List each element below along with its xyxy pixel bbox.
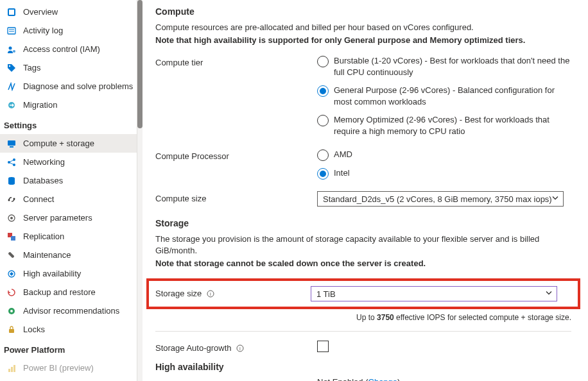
nav-migration[interactable]: Migration bbox=[0, 96, 137, 114]
storage-autogrow-checkbox[interactable] bbox=[317, 341, 329, 352]
advisor-icon bbox=[6, 306, 17, 316]
svg-point-25 bbox=[10, 310, 13, 312]
compute-tier-label: Compute tier bbox=[155, 55, 317, 67]
svg-point-7 bbox=[9, 65, 10, 66]
nav-maintenance[interactable]: Maintenance bbox=[0, 246, 137, 264]
storage-size-highlight: Storage size i 1 TiB bbox=[146, 278, 580, 309]
access-control-icon bbox=[6, 44, 17, 55]
storage-size-select[interactable]: 1 TiB bbox=[311, 286, 557, 301]
ha-icon bbox=[6, 269, 17, 279]
networking-icon bbox=[6, 157, 17, 167]
nav-compute-storage[interactable]: Compute + storage bbox=[0, 134, 137, 153]
select-value: Standard_D2ds_v5 (2 vCores, 8 GiB memory… bbox=[323, 194, 552, 204]
nav-server-parameters[interactable]: Server parameters bbox=[0, 208, 137, 227]
info-icon[interactable]: i bbox=[236, 344, 244, 352]
svg-rect-27 bbox=[8, 369, 10, 372]
radio-label: Burstable (1-20 vCores) - Best for workl… bbox=[334, 55, 571, 78]
storage-desc: The storage you provision is the amount … bbox=[155, 233, 571, 257]
nav-access-control[interactable]: Access control (IAM) bbox=[0, 40, 137, 58]
radio-icon bbox=[317, 149, 329, 161]
storage-size-row: Storage size i 1 TiB bbox=[155, 286, 571, 301]
migration-icon bbox=[6, 100, 17, 110]
svg-rect-22 bbox=[11, 236, 15, 241]
svg-point-20 bbox=[10, 217, 13, 219]
info-icon[interactable]: i bbox=[207, 290, 214, 298]
ha-change-link[interactable]: Change bbox=[368, 377, 398, 381]
tier-general-purpose-radio[interactable]: General Purpose (2-96 vCores) - Balanced… bbox=[317, 85, 571, 108]
nav-label: Advisor recommendations bbox=[23, 306, 119, 316]
gear-icon bbox=[6, 213, 17, 223]
nav-activity-log[interactable]: Activity log bbox=[0, 21, 137, 40]
nav-overview[interactable]: Overview bbox=[0, 3, 137, 21]
nav-label: Networking bbox=[23, 157, 65, 167]
nav-power-bi[interactable]: Power BI (preview) bbox=[0, 359, 137, 377]
compute-processor-row: Compute Processor AMD Intel bbox=[155, 149, 571, 186]
compute-size-select[interactable]: Standard_D2ds_v5 (2 vCores, 8 GiB memory… bbox=[317, 191, 564, 207]
compute-size-row: Compute size Standard_D2ds_v5 (2 vCores,… bbox=[155, 191, 571, 207]
nav-label: Tags bbox=[23, 63, 40, 72]
svg-point-18 bbox=[13, 198, 15, 199]
svg-rect-1 bbox=[9, 10, 14, 15]
tier-burstable-radio[interactable]: Burstable (1-20 vCores) - Best for workl… bbox=[317, 55, 571, 78]
radio-label: Memory Optimized (2-96 vCores) - Best fo… bbox=[334, 114, 571, 137]
svg-point-5 bbox=[9, 46, 12, 49]
connect-icon bbox=[6, 194, 17, 205]
scrollbar-track[interactable] bbox=[137, 0, 143, 381]
svg-rect-9 bbox=[8, 140, 15, 146]
nav-advisor[interactable]: Advisor recommendations bbox=[0, 301, 137, 320]
scrollbar-thumb[interactable] bbox=[137, 0, 143, 128]
nav-high-availability[interactable]: High availability bbox=[0, 264, 137, 283]
sidebar-section-settings: Settings bbox=[0, 114, 137, 134]
storage-note: Note that storage cannot be scaled down … bbox=[155, 258, 571, 269]
compute-storage-icon bbox=[6, 139, 17, 149]
nav-label: Backup and restore bbox=[23, 287, 96, 297]
svg-rect-29 bbox=[13, 365, 15, 372]
overview-icon bbox=[6, 7, 17, 17]
nav-tags[interactable]: Tags bbox=[0, 58, 137, 77]
nav-label: Diagnose and solve problems bbox=[23, 81, 133, 91]
nav-databases[interactable]: Databases bbox=[0, 171, 137, 190]
chevron-down-icon bbox=[545, 289, 553, 299]
radio-icon bbox=[317, 115, 329, 126]
compute-note: Note that high availability is supported… bbox=[155, 35, 571, 46]
nav-label: Maintenance bbox=[23, 250, 71, 260]
nav-label: Activity log bbox=[23, 26, 63, 35]
radio-icon bbox=[317, 85, 329, 97]
svg-line-15 bbox=[9, 162, 14, 165]
activity-log-icon bbox=[6, 26, 17, 36]
power-bi-icon bbox=[6, 363, 17, 373]
radio-label: Intel bbox=[334, 167, 350, 179]
svg-rect-26 bbox=[9, 329, 14, 333]
svg-rect-10 bbox=[10, 146, 13, 148]
nav-diagnose[interactable]: Diagnose and solve problems bbox=[0, 77, 137, 96]
nav-label: Access control (IAM) bbox=[23, 44, 100, 54]
storage-autogrow-row: Storage Auto-growth i bbox=[155, 341, 571, 353]
svg-text:i: i bbox=[210, 291, 211, 297]
sidebar: Overview Activity log Access control (IA… bbox=[0, 0, 137, 381]
nav-networking[interactable]: Networking bbox=[0, 153, 137, 171]
compute-desc: Compute resources are pre-allocated and … bbox=[155, 22, 571, 33]
nav-label: High availability bbox=[23, 269, 81, 278]
svg-point-17 bbox=[8, 199, 10, 201]
nav-backup-restore[interactable]: Backup and restore bbox=[0, 283, 137, 301]
diagnose-icon bbox=[6, 81, 17, 92]
processor-intel-radio[interactable]: Intel bbox=[317, 167, 571, 180]
nav-label: Databases bbox=[23, 176, 63, 185]
processor-amd-radio[interactable]: AMD bbox=[317, 149, 571, 161]
sidebar-section-power-platform: Power Platform bbox=[0, 339, 137, 359]
ha-label: High availability i bbox=[155, 377, 317, 381]
storage-title: Storage bbox=[155, 218, 571, 228]
nav-connect[interactable]: Connect bbox=[0, 190, 137, 208]
nav-label: Power BI (preview) bbox=[23, 363, 94, 373]
nav-replication[interactable]: Replication bbox=[0, 227, 137, 246]
nav-locks[interactable]: Locks bbox=[0, 320, 137, 339]
chevron-down-icon bbox=[551, 194, 559, 204]
tier-memory-optimized-radio[interactable]: Memory Optimized (2-96 vCores) - Best fo… bbox=[317, 114, 571, 137]
compute-tier-row: Compute tier Burstable (1-20 vCores) - B… bbox=[155, 55, 571, 144]
radio-label: General Purpose (2-96 vCores) - Balanced… bbox=[334, 85, 571, 108]
replication-icon bbox=[6, 232, 17, 242]
ha-title: High availability bbox=[155, 362, 571, 372]
radio-label: AMD bbox=[334, 149, 352, 160]
nav-label: Overview bbox=[23, 7, 58, 17]
backup-icon bbox=[6, 287, 17, 298]
